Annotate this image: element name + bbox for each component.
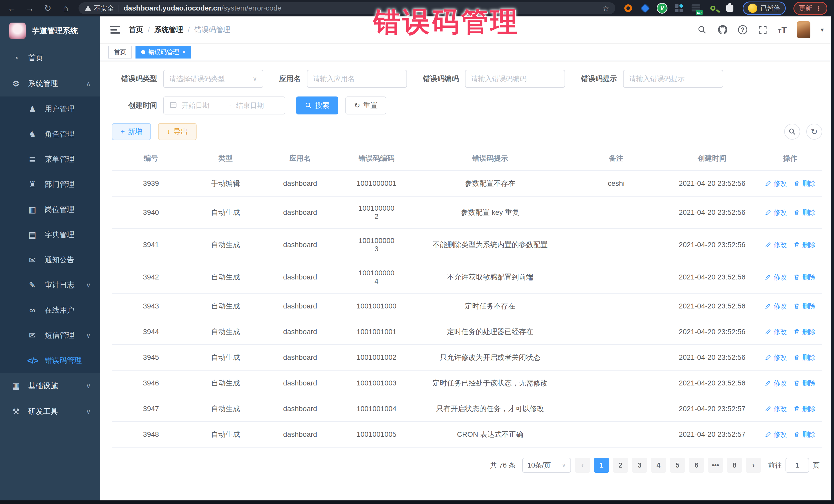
help-icon[interactable]: ? <box>738 25 747 35</box>
error-type-select[interactable]: 请选择错误码类型 ∨ <box>163 70 263 88</box>
cell-code: 1001001001 <box>339 319 414 345</box>
reset-button[interactable]: ↻ 重置 <box>345 96 386 114</box>
edit-button[interactable]: 修改 <box>765 208 787 217</box>
page-size-select[interactable]: 10条/页 ∨ <box>522 458 571 473</box>
delete-button[interactable]: 删除 <box>793 379 815 388</box>
edit-button[interactable]: 修改 <box>765 179 787 188</box>
sidebar-item-menu-management[interactable]: ≣菜单管理 <box>0 147 100 172</box>
page-button-6[interactable]: 6 <box>689 458 704 473</box>
page-ellipsis[interactable]: ••• <box>708 458 723 473</box>
end-date-placeholder[interactable]: 结束日期 <box>236 101 280 110</box>
extension-blue-gem-icon[interactable] <box>640 3 650 13</box>
edit-button[interactable]: 修改 <box>765 430 787 439</box>
avatar-caret-icon[interactable]: ▾ <box>821 26 824 34</box>
browser-home-icon[interactable]: ⌂ <box>61 4 71 13</box>
delete-button[interactable]: 删除 <box>793 273 815 282</box>
delete-button[interactable]: 删除 <box>793 302 815 311</box>
delete-button[interactable]: 删除 <box>793 404 815 413</box>
search-button[interactable]: 搜索 <box>296 96 338 114</box>
error-code-input[interactable] <box>471 75 559 83</box>
next-page-button[interactable]: › <box>746 458 761 473</box>
browser-profile-chip[interactable]: 已暂停 <box>743 2 786 15</box>
extension-grid-icon[interactable] <box>674 3 684 13</box>
extension-switch-icon[interactable]: on <box>691 3 701 13</box>
cell-memo <box>566 319 666 345</box>
edit-button[interactable]: 修改 <box>765 404 787 413</box>
delete-button[interactable]: 删除 <box>793 240 815 249</box>
page-button-1[interactable]: 1 <box>594 458 609 473</box>
tag-error-code-management[interactable]: 错误码管理 × <box>135 46 191 59</box>
github-icon[interactable] <box>718 25 728 35</box>
edit-button[interactable]: 修改 <box>765 273 787 282</box>
sidebar-item-dict-management[interactable]: ▤字典管理 <box>0 222 100 247</box>
delete-button[interactable]: 删除 <box>793 327 815 336</box>
delete-button[interactable]: 删除 <box>793 179 815 188</box>
sidebar-item-error-code-management[interactable]: </>错误码管理 <box>0 348 100 373</box>
url-bar[interactable]: 不安全 dashboard.yudao.iocoder.cn/system/er… <box>79 2 615 14</box>
tag-close-icon[interactable]: × <box>182 49 185 56</box>
user-avatar[interactable] <box>797 21 810 38</box>
error-hint-input[interactable] <box>629 75 717 83</box>
cell-type: 自动生成 <box>190 422 261 447</box>
breadcrumb-home[interactable]: 首页 <box>129 25 143 35</box>
sidebar-item-notice-announcement[interactable]: ✉通知公告 <box>0 247 100 272</box>
browser-menu-icon[interactable]: ⋮ <box>815 4 822 12</box>
sidebar-item-role-management[interactable]: ♞角色管理 <box>0 122 100 147</box>
security-chip[interactable]: 不安全 <box>85 4 114 13</box>
goto-page-input[interactable] <box>786 458 809 473</box>
app-name-input[interactable] <box>313 75 401 83</box>
cell-type: 自动生成 <box>190 370 261 396</box>
sidebar-item-infrastructure[interactable]: ▦基础设施∨ <box>0 373 100 399</box>
page-button-3[interactable]: 3 <box>632 458 647 473</box>
tag-home[interactable]: 首页 <box>108 46 132 59</box>
sidebar-item-sms-management[interactable]: ✉短信管理∨ <box>0 323 100 348</box>
tools-icon: ⚒ <box>11 407 21 416</box>
sidebar-item-online-users[interactable]: ∞在线用户 <box>0 298 100 323</box>
browser-forward-icon[interactable]: → <box>25 4 35 13</box>
scrollbar-strip[interactable] <box>831 17 834 504</box>
extension-green-v-icon[interactable]: V <box>657 3 667 13</box>
cell-code: 1001001003 <box>339 370 414 396</box>
sidebar-item-home[interactable]: ◔首页 <box>0 45 100 71</box>
page-button-2[interactable]: 2 <box>613 458 628 473</box>
delete-button[interactable]: 删除 <box>793 353 815 362</box>
sidebar-item-department-management[interactable]: ♜部门管理 <box>0 172 100 197</box>
browser-update-button[interactable]: 更新 ⋮ <box>793 2 827 15</box>
fullscreen-icon[interactable] <box>758 25 768 35</box>
page-button-4[interactable]: 4 <box>651 458 666 473</box>
sidebar-item-post-management[interactable]: ▥岗位管理 <box>0 197 100 222</box>
sidebar-item-user-management[interactable]: ♟用户管理 <box>0 96 100 122</box>
hamburger-icon[interactable] <box>110 26 120 34</box>
cell-type: 自动生成 <box>190 293 261 319</box>
page-button-5[interactable]: 5 <box>670 458 685 473</box>
show-search-button[interactable] <box>784 124 800 139</box>
delete-button[interactable]: 删除 <box>793 208 815 217</box>
extension-puzzle-icon[interactable] <box>725 3 735 13</box>
extension-key-icon[interactable] <box>708 3 718 13</box>
refresh-table-button[interactable]: ↻ <box>806 124 822 139</box>
page-button-8[interactable]: 8 <box>727 458 742 473</box>
breadcrumb-system[interactable]: 系统管理 <box>154 25 183 35</box>
sidebar-item-audit-log[interactable]: ✎审计日志∨ <box>0 272 100 298</box>
edit-button[interactable]: 修改 <box>765 327 787 336</box>
column-header: 编号 <box>112 146 190 171</box>
sidebar-item-system-management[interactable]: ⚙系统管理∧ <box>0 71 100 96</box>
extension-orange-icon[interactable] <box>623 3 633 13</box>
start-date-placeholder[interactable]: 开始日期 <box>182 101 225 110</box>
add-button[interactable]: + 新增 <box>112 123 151 140</box>
font-size-icon[interactable]: TT <box>778 25 787 35</box>
edit-button[interactable]: 修改 <box>765 353 787 362</box>
edit-button[interactable]: 修改 <box>765 240 787 249</box>
refresh-icon: ↻ <box>354 102 360 109</box>
browser-reload-icon[interactable]: ↻ <box>43 4 53 13</box>
edit-button[interactable]: 修改 <box>765 302 787 311</box>
browser-back-icon[interactable]: ← <box>7 4 17 13</box>
prev-page-button[interactable]: ‹ <box>575 458 590 473</box>
date-range-picker[interactable]: 开始日期 - 结束日期 <box>163 96 285 114</box>
header-search-icon[interactable] <box>697 25 707 35</box>
delete-button[interactable]: 删除 <box>793 430 815 439</box>
sidebar-item-dev-tools[interactable]: ⚒研发工具∨ <box>0 399 100 424</box>
export-button[interactable]: ↓ 导出 <box>158 123 197 140</box>
edit-button[interactable]: 修改 <box>765 379 787 388</box>
bookmark-star-icon[interactable]: ☆ <box>602 4 609 13</box>
